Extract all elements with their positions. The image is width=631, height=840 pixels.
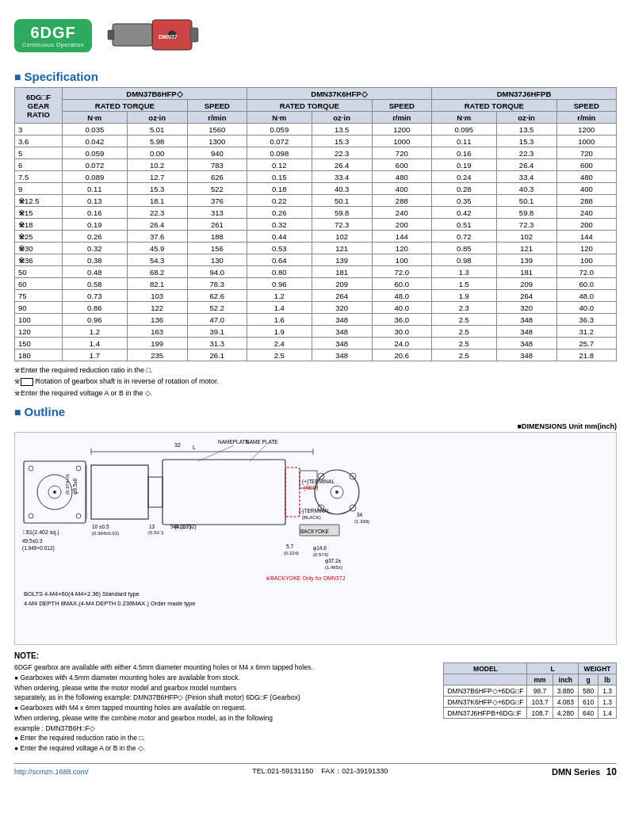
- cell-k-spd: 144: [372, 231, 431, 242]
- note-content: 6DGF gearbox are available with either 4…: [14, 662, 617, 754]
- cell-k-oz: 72.3: [312, 219, 372, 231]
- cell-b-oz: 12.7: [127, 171, 187, 183]
- cell-b-oz: 10.2: [127, 159, 187, 171]
- cell-j-oz: 348: [496, 338, 556, 349]
- wt-inch: 4.280: [553, 708, 578, 719]
- cell-b-nm: 0.059: [63, 147, 128, 159]
- table-subheader-speed-b: SPEED: [187, 100, 247, 112]
- table-unit-rpm-b: r/min: [187, 112, 247, 124]
- cell-k-nm: 0.26: [247, 207, 312, 219]
- note-line: When ordering, please write the motor mo…: [14, 683, 435, 693]
- cell-j-nm: 0.85: [431, 242, 496, 254]
- cell-k-nm: 0.64: [247, 254, 312, 266]
- cell-k-spd: 600: [372, 159, 431, 171]
- note-section: NOTE: 6DGF gearbox are available with ei…: [14, 651, 617, 754]
- cell-j-nm: 1.9: [431, 290, 496, 302]
- specification-title-text: Specification: [24, 70, 98, 83]
- cell-k-nm: 1.2: [247, 290, 312, 302]
- table-row: 75 0.73 103 62.6 1.2 264 48.0 1.9 264 48…: [15, 290, 617, 302]
- table-row: ※25 0.26 37.6 188 0.44 102 144 0.72 102 …: [15, 231, 617, 242]
- cell-k-spd: 72.0: [372, 266, 431, 278]
- cell-ratio: ※12.5: [15, 195, 63, 207]
- table-unit-rpm-k: r/min: [372, 112, 431, 124]
- svg-text:NAME PLATE: NAME PLATE: [246, 439, 278, 445]
- cell-j-oz: 181: [496, 266, 556, 278]
- cell-j-nm: 2.5: [431, 314, 496, 326]
- svg-point-11: [76, 466, 81, 471]
- svg-rect-1: [113, 24, 152, 46]
- cell-j-oz: 209: [496, 278, 556, 290]
- svg-line-42: [250, 445, 266, 461]
- cell-ratio: 6: [15, 159, 63, 171]
- cell-k-oz: 40.3: [312, 183, 372, 195]
- cell-ratio: 120: [15, 326, 63, 338]
- cell-b-spd: 156: [187, 242, 247, 254]
- cell-j-oz: 348: [496, 314, 556, 326]
- cell-b-spd: 31.3: [187, 338, 247, 349]
- wt-model: DMN37B6HFP◇+6DG□F: [444, 685, 527, 697]
- wt-header-mm: mm: [527, 674, 553, 685]
- cell-b-spd: 78.3: [187, 278, 247, 290]
- table-unit-nm-b: N·m: [63, 112, 128, 124]
- table-note-3: ※Enter the required voltage A or B in th…: [14, 388, 617, 399]
- cell-k-oz: 209: [312, 278, 372, 290]
- cell-b-spd: 1300: [187, 136, 247, 147]
- cell-j-nm: 0.42: [431, 207, 496, 219]
- cell-j-nm: 2.3: [431, 302, 496, 314]
- cell-b-spd: 130: [187, 254, 247, 266]
- svg-text:34: 34: [357, 512, 363, 517]
- cell-j-oz: 26.4: [496, 159, 556, 171]
- wt-header-inch: inch: [553, 674, 578, 685]
- table-header-gear-ratio: 6DG□FGEAR RATIO: [15, 88, 63, 124]
- footer-url: http://scrnzn.1688.com/: [14, 768, 89, 776]
- cell-b-nm: 0.73: [63, 290, 128, 302]
- cell-b-oz: 37.6: [127, 231, 187, 242]
- cell-b-nm: 0.58: [63, 278, 128, 290]
- note-line: When ordering, please write the combine …: [14, 713, 435, 724]
- cell-j-nm: 0.19: [431, 159, 496, 171]
- cell-j-oz: 50.1: [496, 195, 556, 207]
- cell-b-spd: 47.0: [187, 314, 247, 326]
- cell-ratio: ※30: [15, 242, 63, 254]
- cell-j-nm: 1.5: [431, 278, 496, 290]
- wt-g: 640: [578, 708, 598, 719]
- table-row: 9 0.11 15.3 522 0.18 40.3 400 0.28 40.3 …: [15, 183, 617, 195]
- cell-k-spd: 30.0: [372, 326, 431, 338]
- cell-k-oz: 139: [312, 254, 372, 266]
- cell-b-spd: 52.2: [187, 302, 247, 314]
- table-row: ※18 0.19 26.4 261 0.32 72.3 200 0.51 72.…: [15, 219, 617, 231]
- svg-text:NAMEPLATE: NAMEPLATE: [218, 439, 250, 445]
- cell-j-spd: 240: [556, 207, 616, 219]
- cell-b-nm: 0.042: [63, 136, 128, 147]
- table-row: 150 1.4 199 31.3 2.4 348 24.0 2.5 348 25…: [15, 338, 617, 349]
- cell-ratio: 5: [15, 147, 63, 159]
- cell-k-nm: 0.18: [247, 183, 312, 195]
- cell-b-nm: 0.035: [63, 124, 128, 136]
- table-header-dmn37k6: DMN37K6HFP◇: [247, 88, 431, 100]
- cell-k-spd: 100: [372, 254, 431, 266]
- svg-point-28: [335, 491, 338, 494]
- weight-table-row: DMN37J6HFPB+6DG□F 108.7 4.280 640 1.4: [444, 708, 617, 719]
- svg-text:5.7: 5.7: [286, 544, 293, 549]
- cell-k-nm: 0.098: [247, 147, 312, 159]
- note-line: ● Gearboxes with M4 x 6mm tapped mountin…: [14, 703, 435, 713]
- cell-ratio: ※18: [15, 219, 63, 231]
- cell-j-spd: 21.8: [556, 349, 616, 361]
- cell-b-spd: 39.1: [187, 326, 247, 338]
- cell-j-spd: 480: [556, 171, 616, 183]
- cell-j-spd: 36.3: [556, 314, 616, 326]
- cell-k-spd: 200: [372, 219, 431, 231]
- cell-k-spd: 120: [372, 242, 431, 254]
- svg-text:(0.394±0.02): (0.394±0.02): [92, 531, 119, 536]
- dim-note: ■DIMENSIONS Unit mm(inch): [14, 422, 617, 430]
- cell-j-oz: 15.3: [496, 136, 556, 147]
- cell-j-nm: 2.5: [431, 338, 496, 349]
- cell-j-nm: 0.28: [431, 183, 496, 195]
- cell-b-spd: 94.0: [187, 266, 247, 278]
- cell-j-spd: 1200: [556, 124, 616, 136]
- svg-text:(0.574): (0.574): [313, 552, 328, 557]
- footer-page: 10: [606, 766, 617, 777]
- cell-j-nm: 0.095: [431, 124, 496, 136]
- table-row: ※30 0.32 45.9 156 0.53 121 120 0.85 121 …: [15, 242, 617, 254]
- wt-header-l: L: [527, 663, 579, 674]
